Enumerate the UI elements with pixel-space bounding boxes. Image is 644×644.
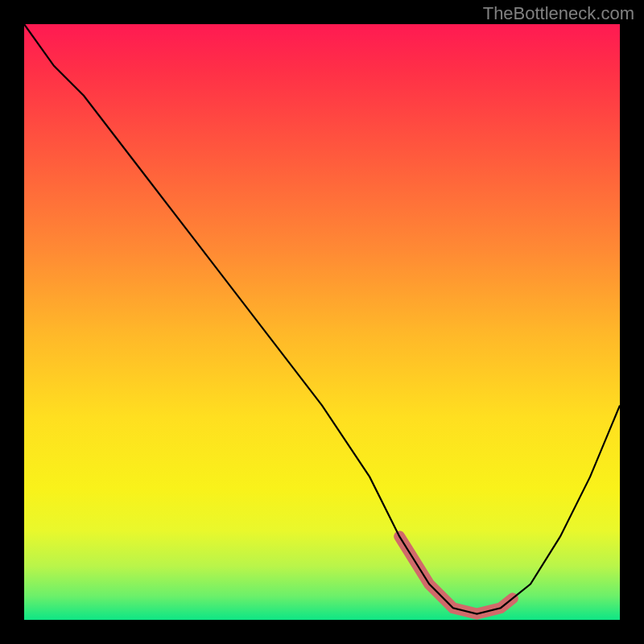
curve-layer (24, 24, 620, 620)
bottleneck-curve (24, 24, 620, 614)
chart-frame: TheBottleneck.com (0, 0, 644, 644)
optimal-range-highlight (399, 536, 513, 613)
plot-area (24, 24, 620, 620)
watermark-text: TheBottleneck.com (483, 3, 634, 24)
